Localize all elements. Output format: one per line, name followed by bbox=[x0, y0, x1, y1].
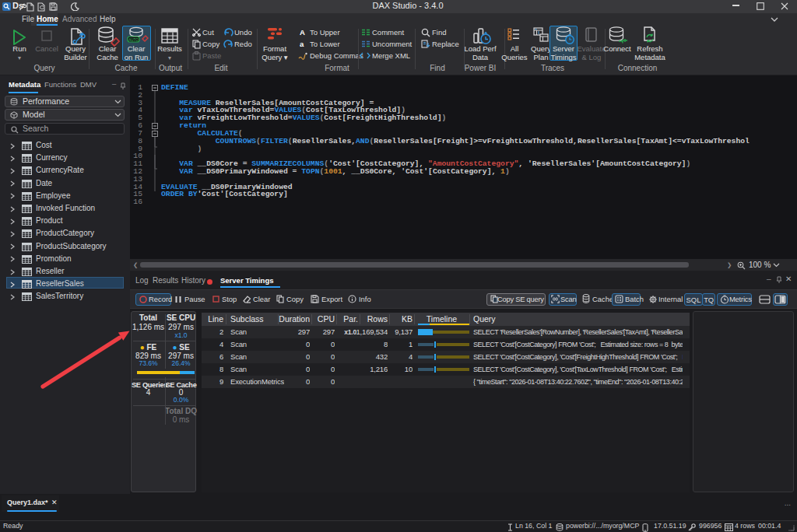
svg-text:AUTO: AUTO bbox=[128, 38, 139, 42]
